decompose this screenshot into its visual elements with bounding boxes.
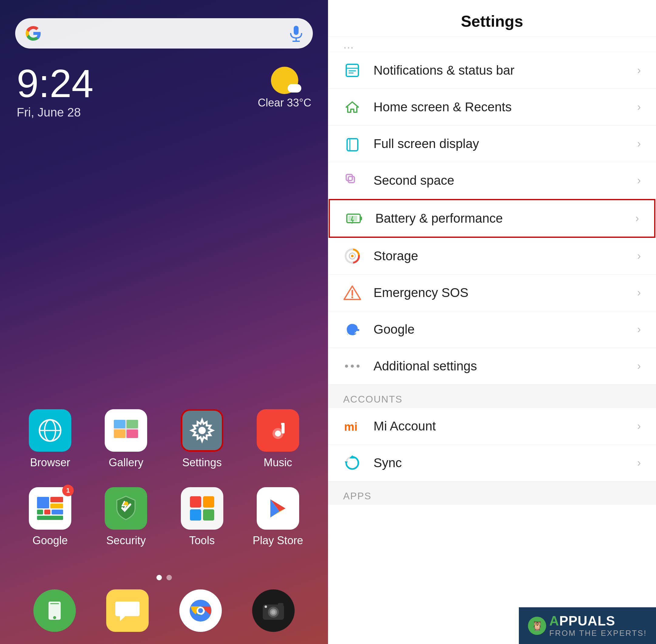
chevron-icon: › (637, 323, 641, 336)
app-music[interactable]: Music (248, 409, 308, 469)
sos-icon (343, 284, 361, 302)
settings-label: Settings (182, 456, 222, 469)
search-bar[interactable] (15, 18, 313, 48)
notification-badge: 1 (62, 485, 74, 496)
svg-rect-16 (37, 497, 49, 508)
time-display: 9:24 Fri, June 28 (17, 64, 93, 119)
svg-point-55 (351, 255, 354, 257)
fullscreen-label: Full screen display (374, 137, 637, 151)
dock-messages[interactable] (106, 590, 149, 632)
chevron-icon: › (637, 420, 641, 433)
watermark: 🦉 APPUALS FROM THE EXPERTS! (519, 607, 656, 644)
svg-point-58 (352, 296, 353, 298)
google-logo (24, 24, 43, 43)
app-security[interactable]: Security (96, 487, 156, 547)
svg-rect-26 (190, 509, 201, 521)
chevron-icon: › (637, 360, 641, 372)
app-tools[interactable]: Tools (172, 487, 232, 547)
partial-top-item: ... (328, 37, 656, 52)
svg-rect-47 (348, 177, 355, 183)
settings-item-google[interactable]: G Google › (328, 311, 656, 348)
watermark-brand: APPUALS (549, 613, 647, 628)
svg-rect-21 (51, 510, 63, 514)
settings-panel: Settings ... Notifications & status bar … (328, 0, 656, 644)
app-row-2: 1 Google (12, 487, 316, 547)
chevron-icon: › (637, 250, 641, 262)
chevron-icon: › (637, 64, 641, 77)
svg-rect-25 (203, 496, 214, 507)
mic-icon[interactable] (289, 26, 304, 41)
chevron-icon: › (635, 212, 639, 225)
svg-point-62 (357, 365, 360, 368)
app-playstore[interactable]: Play Store (248, 487, 308, 547)
settings-item-storage[interactable]: Storage › (328, 238, 656, 275)
notifications-label: Notifications & status bar (374, 63, 637, 78)
app-row-1: Browser Gallery (12, 409, 316, 469)
dock-chrome[interactable] (179, 590, 222, 632)
home-icon (343, 98, 361, 116)
svg-point-60 (345, 365, 348, 368)
sync-label: Sync (374, 456, 637, 470)
home-label: Home screen & Recents (374, 100, 637, 114)
app-gallery[interactable]: Gallery (96, 409, 156, 469)
weather-icon (271, 67, 298, 94)
settings-item-additional[interactable]: Additional settings › (328, 348, 656, 385)
sos-label: Emergency SOS (374, 285, 637, 300)
google-settings-icon: G (343, 320, 361, 339)
svg-rect-7 (114, 420, 125, 428)
chevron-icon: › (637, 457, 641, 469)
svg-rect-0 (294, 26, 299, 35)
weather-info: Clear 33°C (258, 96, 311, 109)
accounts-section-header: ACCOUNTS (328, 385, 656, 408)
svg-point-13 (275, 431, 281, 437)
second-space-icon (343, 171, 361, 190)
svg-marker-65 (345, 461, 348, 464)
svg-rect-9 (114, 430, 125, 438)
settings-item-home[interactable]: Home screen & Recents › (328, 89, 656, 125)
svg-rect-18 (50, 504, 63, 508)
mi-account-label: Mi Account (374, 419, 637, 434)
settings-list: Notifications & status bar › Home screen… (328, 52, 656, 644)
watermark-sub: FROM THE EXPERTS! (549, 628, 647, 638)
svg-point-33 (198, 608, 203, 613)
app-google[interactable]: 1 Google (20, 487, 81, 547)
date: Fri, June 28 (17, 106, 93, 119)
music-label: Music (264, 456, 292, 469)
app-browser[interactable]: Browser (20, 409, 81, 469)
settings-item-sync[interactable]: Sync › (328, 445, 656, 481)
settings-item-fullscreen[interactable]: Full screen display › (328, 125, 656, 162)
additional-label: Additional settings (374, 359, 637, 373)
settings-header: Settings (328, 0, 656, 37)
svg-rect-27 (203, 509, 214, 521)
storage-icon (343, 247, 361, 265)
settings-item-mi-account[interactable]: mi Mi Account › (328, 408, 656, 445)
svg-rect-49 (360, 216, 362, 220)
apps-section-header: APPS (328, 481, 656, 505)
svg-rect-10 (127, 430, 138, 438)
settings-item-battery[interactable]: Battery & performance › (329, 199, 655, 238)
chevron-icon: › (637, 174, 641, 187)
weather-display: Clear 33°C (258, 67, 311, 109)
phone-screen: 9:24 Fri, June 28 Clear 33°C Bro (0, 0, 328, 644)
settings-item-sos[interactable]: Emergency SOS › (328, 275, 656, 311)
settings-item-second-space[interactable]: Second space › (328, 162, 656, 199)
dock (0, 590, 328, 632)
svg-rect-42 (348, 70, 356, 71)
fullscreen-icon (343, 135, 361, 153)
app-settings[interactable]: Settings (172, 409, 232, 469)
svg-point-37 (271, 610, 275, 614)
browser-label: Browser (30, 456, 70, 469)
google-label: Google (374, 322, 637, 337)
battery-label: Battery & performance (375, 211, 635, 226)
more-icon (343, 357, 361, 375)
dock-camera[interactable] (252, 590, 295, 632)
playstore-label: Play Store (253, 534, 303, 547)
battery-icon (345, 209, 363, 228)
dock-phone[interactable] (33, 590, 76, 632)
settings-item-notifications[interactable]: Notifications & status bar › (328, 52, 656, 89)
dot-1 (156, 575, 162, 580)
chevron-icon: › (637, 101, 641, 113)
svg-point-11 (199, 427, 206, 434)
svg-rect-8 (127, 420, 138, 428)
second-space-label: Second space (374, 173, 637, 188)
